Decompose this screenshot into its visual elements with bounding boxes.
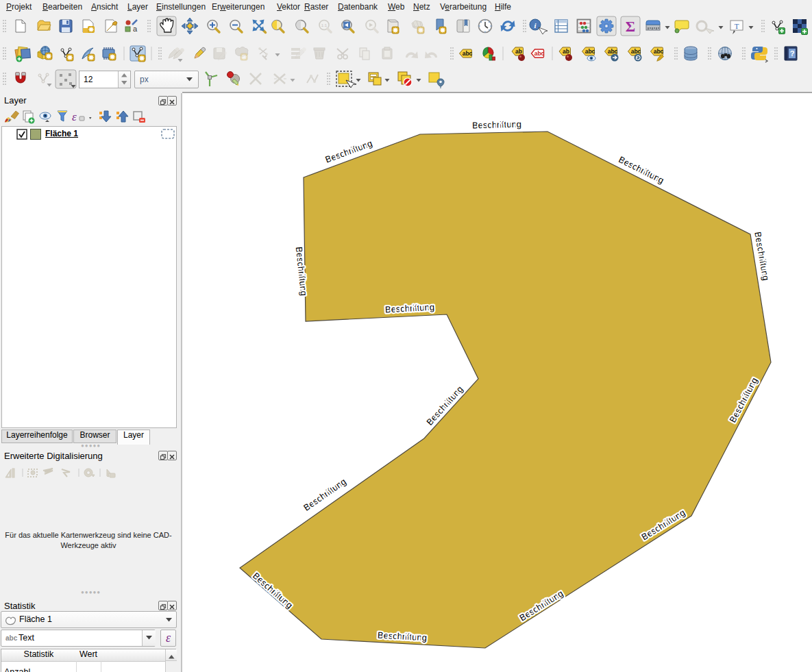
svg-text:Σ: Σ — [626, 18, 635, 35]
svg-text:a: a — [133, 25, 138, 33]
svg-text:?: ? — [790, 49, 795, 58]
svg-text:ε: ε — [72, 110, 77, 123]
svg-text:Beschriftung: Beschriftung — [472, 119, 521, 131]
svg-text:1:1: 1:1 — [321, 23, 328, 27]
svg-text:abc: abc — [534, 50, 545, 57]
svg-text:T: T — [735, 22, 739, 30]
